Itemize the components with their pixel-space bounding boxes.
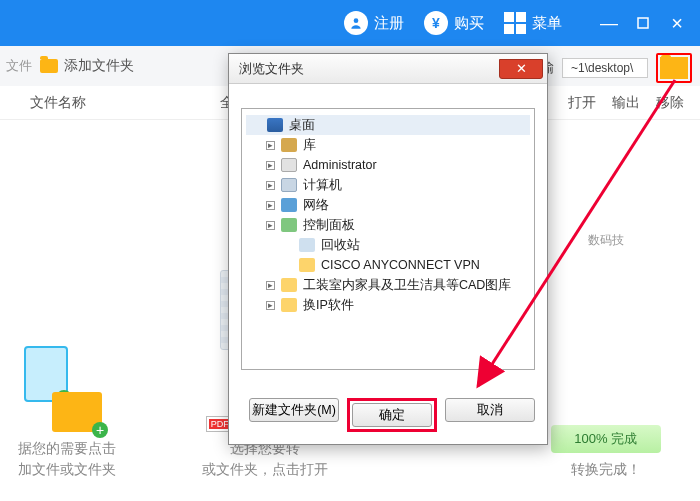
ok-highlight: 确定 [347, 398, 437, 432]
folder-tree[interactable]: 桌面 ▸ 库 ▸ Administrator ▸ 计算机 ▸ 网络 [241, 108, 535, 370]
buy-label: 购买 [454, 14, 484, 33]
col-open[interactable]: 打开 [568, 94, 596, 112]
folder-icon [281, 298, 297, 312]
maximize-button[interactable] [626, 8, 660, 38]
file-label: 文件 [6, 58, 32, 75]
browse-folder-button[interactable] [656, 53, 692, 83]
svg-rect-1 [638, 18, 648, 28]
tree-item-admin[interactable]: ▸ Administrator [246, 155, 530, 175]
library-icon [281, 138, 297, 152]
folder-icon [299, 258, 315, 272]
yen-icon: ¥ [424, 11, 448, 35]
close-button[interactable]: × [660, 8, 694, 38]
ok-button[interactable]: 确定 [352, 403, 432, 427]
tree-item-cisco[interactable]: CISCO ANYCONNECT VPN [246, 255, 530, 275]
folder-icon [40, 59, 58, 73]
expand-icon[interactable]: ▸ [266, 221, 275, 230]
hint-1: 据您的需要点击加文件或文件夹 [18, 438, 116, 480]
browse-folder-dialog: 浏览文件夹 ✕ 桌面 ▸ 库 ▸ Administrator ▸ 计算机 [228, 53, 548, 445]
dialog-body: 桌面 ▸ 库 ▸ Administrator ▸ 计算机 ▸ 网络 [229, 84, 547, 388]
done-label: 转换完成！ [571, 459, 641, 480]
step-pane-4: 数码技 100% 完成 转换完成！ [526, 130, 687, 490]
register-button[interactable]: 注册 [344, 11, 404, 35]
toolbar-right: 输 ~1\desktop\ [541, 48, 692, 88]
user-icon [344, 11, 368, 35]
recycle-bin-icon [299, 238, 315, 252]
menu-label: 菜单 [532, 14, 562, 33]
new-folder-button[interactable]: 新建文件夹(M) [249, 398, 339, 422]
minimize-button[interactable]: — [592, 8, 626, 38]
expand-icon[interactable]: ▸ [266, 301, 275, 310]
step-pane-1: 据您的需要点击加文件或文件夹 [14, 130, 175, 490]
menu-button[interactable]: 菜单 [504, 12, 562, 34]
expand-icon[interactable]: ▸ [266, 281, 275, 290]
window-controls: — × [592, 8, 694, 38]
folder-icon [281, 278, 297, 292]
svg-point-0 [354, 18, 359, 23]
computer-icon [281, 178, 297, 192]
output-path-input[interactable]: ~1\desktop\ [562, 58, 648, 78]
tree-item-computer[interactable]: ▸ 计算机 [246, 175, 530, 195]
desktop-icon [267, 118, 283, 132]
tree-item-library[interactable]: ▸ 库 [246, 135, 530, 155]
col-output[interactable]: 输出 [612, 94, 640, 112]
dialog-title-bar[interactable]: 浏览文件夹 ✕ [229, 54, 547, 84]
register-label: 注册 [374, 14, 404, 33]
buy-button[interactable]: ¥ 购买 [424, 11, 484, 35]
tree-item-cad[interactable]: ▸ 工装室内家具及卫生洁具等CAD图库 [246, 275, 530, 295]
add-file-illustration [18, 342, 108, 432]
expand-icon[interactable]: ▸ [266, 141, 275, 150]
expand-icon[interactable]: ▸ [266, 201, 275, 210]
add-folder-button[interactable]: 添加文件夹 [40, 57, 134, 75]
expand-icon[interactable]: ▸ [266, 181, 275, 190]
cancel-button[interactable]: 取消 [445, 398, 535, 422]
tree-item-ip[interactable]: ▸ 换IP软件 [246, 295, 530, 315]
col-filename: 文件名称 [30, 94, 180, 112]
tree-item-control-panel[interactable]: ▸ 控制面板 [246, 215, 530, 235]
expand-icon[interactable]: ▸ [266, 161, 275, 170]
tree-item-recycle[interactable]: 回收站 [246, 235, 530, 255]
add-folder-label: 添加文件夹 [64, 57, 134, 75]
col-remove[interactable]: 移除 [656, 94, 684, 112]
category-label: 数码技 [588, 232, 624, 249]
tree-item-desktop[interactable]: 桌面 [246, 115, 530, 135]
dialog-buttons: 新建文件夹(M) 确定 取消 [229, 388, 547, 444]
control-panel-icon [281, 218, 297, 232]
dialog-close-button[interactable]: ✕ [499, 59, 543, 79]
tree-item-network[interactable]: ▸ 网络 [246, 195, 530, 215]
network-icon [281, 198, 297, 212]
title-bar: 注册 ¥ 购买 菜单 — × [0, 0, 700, 46]
grid-icon [504, 12, 526, 34]
progress-badge: 100% 完成 [551, 425, 661, 453]
dialog-title: 浏览文件夹 [239, 60, 304, 78]
user-folder-icon [281, 158, 297, 172]
